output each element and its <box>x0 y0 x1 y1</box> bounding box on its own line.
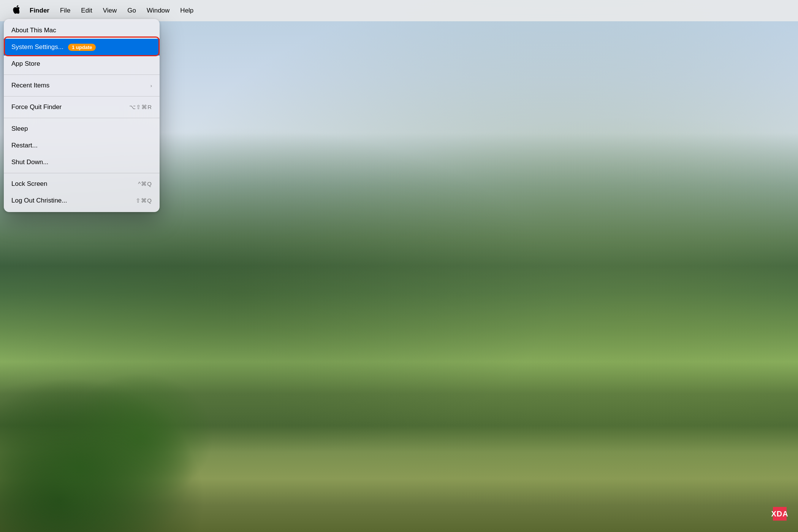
menu-item-sleep-label: Sleep <box>11 125 28 133</box>
menubar-item-window[interactable]: Window <box>141 5 175 17</box>
menu-item-shut-down[interactable]: Shut Down... <box>4 154 160 171</box>
menu-item-lock-screen[interactable]: Lock Screen ^⌘Q <box>4 176 160 192</box>
menu-item-system-settings-label: System Settings... <box>11 43 63 51</box>
menubar-item-help[interactable]: Help <box>175 5 199 17</box>
menu-item-restart-label: Restart... <box>11 142 38 149</box>
menu-item-sleep[interactable]: Sleep <box>4 120 160 137</box>
menu-item-force-quit-label: Force Quit Finder <box>11 103 62 111</box>
menu-divider-1 <box>4 74 160 75</box>
log-out-shortcut: ⇧⌘Q <box>136 197 152 204</box>
menu-item-about-label: About This Mac <box>11 27 56 34</box>
menu-item-force-quit[interactable]: Force Quit Finder ⌥⇧⌘R <box>4 99 160 116</box>
xda-logo-box: XDA <box>773 507 787 521</box>
lock-screen-shortcut: ^⌘Q <box>138 180 152 187</box>
menubar-item-finder[interactable]: Finder <box>24 5 55 17</box>
menubar-item-file[interactable]: File <box>55 5 76 17</box>
apple-dropdown-menu: About This Mac System Settings... 1 upda… <box>4 19 160 212</box>
menu-item-log-out[interactable]: Log Out Christine... ⇧⌘Q <box>4 192 160 209</box>
menu-item-lock-screen-label: Lock Screen <box>11 180 48 188</box>
menubar-item-view[interactable]: View <box>98 5 122 17</box>
force-quit-shortcut: ⌥⇧⌘R <box>129 104 152 111</box>
xda-logo-text: XDA <box>771 510 788 518</box>
menu-item-shut-down-label: Shut Down... <box>11 158 48 166</box>
menu-item-log-out-label: Log Out Christine... <box>11 197 67 204</box>
xda-watermark: XDA <box>773 507 787 521</box>
trees-decoration <box>0 213 399 532</box>
menu-item-app-store-label: App Store <box>11 60 40 68</box>
menubar-item-edit[interactable]: Edit <box>76 5 97 17</box>
menu-divider-2 <box>4 96 160 97</box>
update-badge: 1 update <box>68 44 96 51</box>
menu-item-app-store[interactable]: App Store <box>4 55 160 72</box>
menubar-item-go[interactable]: Go <box>122 5 141 17</box>
menu-item-recent-items-label: Recent Items <box>11 82 49 89</box>
menu-divider-4 <box>4 173 160 173</box>
apple-icon <box>13 5 19 16</box>
menu-divider-3 <box>4 118 160 118</box>
menu-item-about[interactable]: About This Mac <box>4 22 160 39</box>
menu-item-recent-items[interactable]: Recent Items › <box>4 77 160 94</box>
menu-item-restart[interactable]: Restart... <box>4 137 160 154</box>
menu-item-system-settings[interactable]: System Settings... 1 update <box>4 39 160 55</box>
apple-menu-button[interactable] <box>8 2 24 19</box>
submenu-arrow-icon: › <box>150 83 152 89</box>
menubar: Finder File Edit View Go Window Help <box>0 0 798 21</box>
